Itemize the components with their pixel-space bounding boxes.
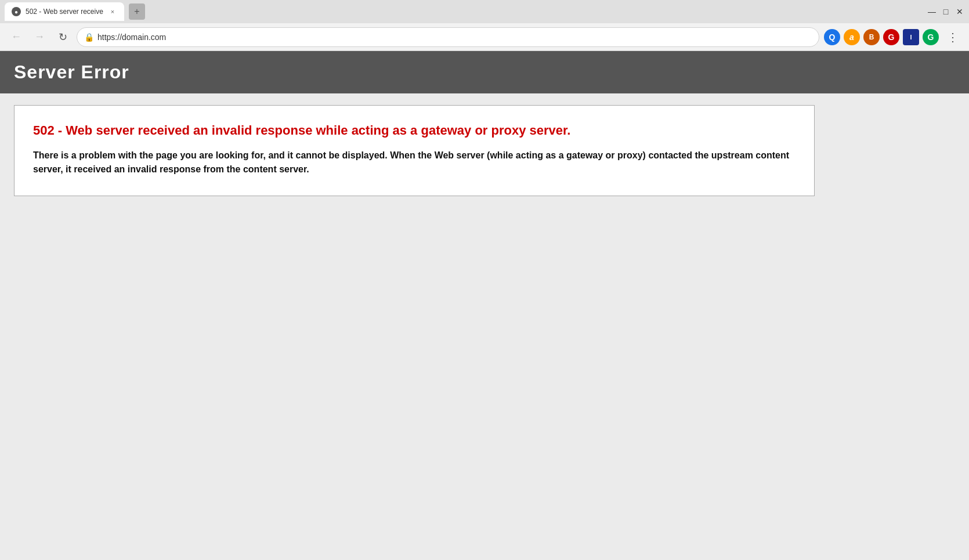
tab-title: 502 - Web server receive — [26, 8, 103, 16]
error-description: There is a problem with the page you are… — [33, 149, 796, 178]
title-bar-left: ● 502 - Web server receive × + — [5, 2, 145, 21]
ext-g2-icon[interactable]: G — [923, 29, 939, 45]
browser-menu-button[interactable]: ⋮ — [943, 28, 962, 46]
ext-b-icon[interactable]: B — [863, 29, 880, 45]
tab-favicon: ● — [12, 7, 21, 16]
lock-icon: 🔒 — [84, 32, 94, 42]
page-content: Server Error 502 - Web server received a… — [0, 51, 969, 560]
back-button[interactable]: ← — [7, 28, 26, 46]
forward-button[interactable]: → — [30, 28, 49, 46]
ext-q-icon[interactable]: Q — [824, 29, 840, 45]
address-bar-container: 🔒 — [77, 27, 819, 47]
error-box: 502 - Web server received an invalid res… — [14, 105, 815, 196]
ext-i-icon[interactable]: I — [903, 29, 919, 45]
close-window-button[interactable]: ✕ — [955, 7, 964, 16]
title-bar: ● 502 - Web server receive × + — □ ✕ — [0, 0, 969, 23]
error-box-container: 502 - Web server received an invalid res… — [0, 93, 969, 208]
new-tab-button[interactable]: + — [129, 3, 145, 20]
page-title: Server Error — [14, 62, 955, 83]
tab-close-button[interactable]: × — [108, 7, 117, 16]
navigation-bar: ← → ↻ 🔒 Q a B G I G ⋮ — [0, 23, 969, 51]
error-headline: 502 - Web server received an invalid res… — [33, 122, 796, 139]
ext-g-icon[interactable]: G — [883, 29, 899, 45]
server-error-header: Server Error — [0, 51, 969, 93]
minimize-button[interactable]: — — [927, 7, 937, 16]
address-bar-input[interactable] — [97, 32, 812, 42]
extensions-area: Q a B G I G — [824, 29, 939, 45]
maximize-button[interactable]: □ — [941, 7, 950, 16]
window-controls: — □ ✕ — [927, 7, 964, 16]
ext-a-icon[interactable]: a — [844, 29, 860, 45]
browser-tab[interactable]: ● 502 - Web server receive × — [5, 2, 124, 21]
reload-button[interactable]: ↻ — [53, 28, 72, 46]
